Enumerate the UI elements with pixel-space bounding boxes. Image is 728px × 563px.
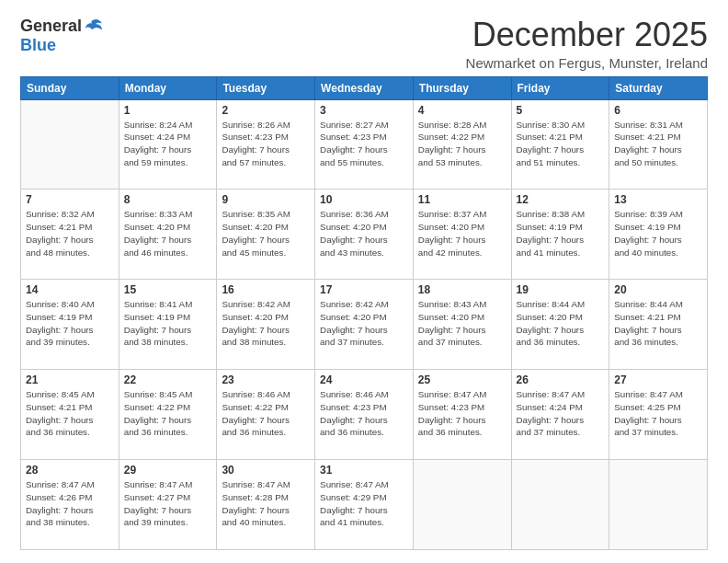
location-title: Newmarket on Fergus, Munster, Ireland (466, 55, 708, 71)
page: General Blue December 2025 Newmarket on … (0, 0, 728, 563)
calendar-cell: 25Sunrise: 8:47 AM Sunset: 4:23 PM Dayli… (413, 370, 511, 460)
day-number: 10 (320, 193, 408, 206)
calendar-week-row: 14Sunrise: 8:40 AM Sunset: 4:19 PM Dayli… (21, 280, 708, 370)
day-info: Sunrise: 8:38 AM Sunset: 4:19 PM Dayligh… (517, 208, 605, 259)
calendar-week-row: 21Sunrise: 8:45 AM Sunset: 4:21 PM Dayli… (21, 370, 708, 460)
day-info: Sunrise: 8:32 AM Sunset: 4:21 PM Dayligh… (26, 208, 114, 259)
calendar-cell: 17Sunrise: 8:42 AM Sunset: 4:20 PM Dayli… (315, 280, 414, 370)
day-number: 3 (320, 104, 408, 117)
day-number: 11 (418, 193, 506, 206)
logo: General Blue (20, 17, 104, 55)
weekday-header-thursday: Thursday (413, 76, 511, 99)
weekday-header-wednesday: Wednesday (315, 76, 414, 99)
day-info: Sunrise: 8:42 AM Sunset: 4:20 PM Dayligh… (222, 298, 310, 349)
day-number: 7 (26, 193, 114, 206)
day-number: 4 (418, 104, 506, 117)
calendar-cell: 13Sunrise: 8:39 AM Sunset: 4:19 PM Dayli… (609, 190, 708, 280)
calendar-cell: 31Sunrise: 8:47 AM Sunset: 4:29 PM Dayli… (315, 460, 414, 550)
day-info: Sunrise: 8:47 AM Sunset: 4:23 PM Dayligh… (418, 388, 506, 439)
calendar-cell: 14Sunrise: 8:40 AM Sunset: 4:19 PM Dayli… (21, 280, 119, 370)
calendar-cell: 15Sunrise: 8:41 AM Sunset: 4:19 PM Dayli… (119, 280, 217, 370)
calendar-cell: 18Sunrise: 8:43 AM Sunset: 4:20 PM Dayli… (413, 280, 511, 370)
header: General Blue December 2025 Newmarket on … (20, 17, 708, 71)
month-title: December 2025 (466, 17, 708, 53)
day-info: Sunrise: 8:46 AM Sunset: 4:22 PM Dayligh… (222, 388, 310, 439)
day-info: Sunrise: 8:47 AM Sunset: 4:27 PM Dayligh… (124, 478, 212, 529)
day-info: Sunrise: 8:40 AM Sunset: 4:19 PM Dayligh… (26, 298, 114, 349)
calendar-cell: 27Sunrise: 8:47 AM Sunset: 4:25 PM Dayli… (609, 370, 708, 460)
weekday-header-saturday: Saturday (609, 76, 708, 99)
day-info: Sunrise: 8:26 AM Sunset: 4:23 PM Dayligh… (222, 119, 310, 169)
day-info: Sunrise: 8:36 AM Sunset: 4:20 PM Dayligh… (320, 208, 408, 259)
calendar-week-row: 1Sunrise: 8:24 AM Sunset: 4:24 PM Daylig… (21, 99, 708, 190)
day-number: 14 (26, 283, 114, 296)
day-info: Sunrise: 8:39 AM Sunset: 4:19 PM Dayligh… (614, 208, 702, 259)
calendar-cell: 5Sunrise: 8:30 AM Sunset: 4:21 PM Daylig… (511, 99, 609, 190)
day-number: 5 (517, 104, 605, 117)
day-info: Sunrise: 8:47 AM Sunset: 4:25 PM Dayligh… (614, 388, 702, 439)
day-number: 13 (614, 193, 702, 206)
day-number: 16 (222, 283, 310, 296)
day-number: 27 (614, 373, 702, 386)
day-number: 23 (222, 373, 310, 386)
day-info: Sunrise: 8:41 AM Sunset: 4:19 PM Dayligh… (124, 298, 212, 349)
calendar-cell (609, 460, 708, 550)
calendar-cell: 4Sunrise: 8:28 AM Sunset: 4:22 PM Daylig… (413, 99, 511, 190)
day-number: 28 (26, 464, 114, 477)
calendar-cell (413, 460, 511, 550)
calendar-cell: 2Sunrise: 8:26 AM Sunset: 4:23 PM Daylig… (217, 99, 315, 190)
day-info: Sunrise: 8:47 AM Sunset: 4:28 PM Dayligh… (222, 478, 310, 529)
day-number: 30 (222, 464, 310, 477)
day-info: Sunrise: 8:28 AM Sunset: 4:22 PM Dayligh… (418, 119, 506, 169)
day-info: Sunrise: 8:45 AM Sunset: 4:21 PM Dayligh… (26, 388, 114, 439)
day-number: 17 (320, 283, 408, 296)
calendar-cell: 19Sunrise: 8:44 AM Sunset: 4:20 PM Dayli… (511, 280, 609, 370)
calendar-cell: 8Sunrise: 8:33 AM Sunset: 4:20 PM Daylig… (119, 190, 217, 280)
day-info: Sunrise: 8:30 AM Sunset: 4:21 PM Dayligh… (517, 119, 605, 169)
calendar-cell: 22Sunrise: 8:45 AM Sunset: 4:22 PM Dayli… (119, 370, 217, 460)
day-number: 29 (124, 464, 212, 477)
day-number: 15 (124, 283, 212, 296)
calendar-cell: 10Sunrise: 8:36 AM Sunset: 4:20 PM Dayli… (315, 190, 414, 280)
calendar-cell: 11Sunrise: 8:37 AM Sunset: 4:20 PM Dayli… (413, 190, 511, 280)
day-info: Sunrise: 8:27 AM Sunset: 4:23 PM Dayligh… (320, 119, 408, 169)
day-info: Sunrise: 8:47 AM Sunset: 4:29 PM Dayligh… (320, 478, 408, 529)
day-number: 19 (517, 283, 605, 296)
day-number: 20 (614, 283, 702, 296)
calendar-cell: 21Sunrise: 8:45 AM Sunset: 4:21 PM Dayli… (21, 370, 119, 460)
calendar-table: SundayMondayTuesdayWednesdayThursdayFrid… (20, 76, 708, 550)
day-number: 18 (418, 283, 506, 296)
calendar-week-row: 28Sunrise: 8:47 AM Sunset: 4:26 PM Dayli… (21, 460, 708, 550)
day-number: 2 (222, 104, 310, 117)
calendar-cell: 29Sunrise: 8:47 AM Sunset: 4:27 PM Dayli… (119, 460, 217, 550)
day-info: Sunrise: 8:35 AM Sunset: 4:20 PM Dayligh… (222, 208, 310, 259)
day-number: 1 (124, 104, 212, 117)
weekday-header-tuesday: Tuesday (217, 76, 315, 99)
title-block: December 2025 Newmarket on Fergus, Munst… (466, 17, 708, 71)
logo-general-text: General (20, 17, 82, 36)
calendar-cell: 26Sunrise: 8:47 AM Sunset: 4:24 PM Dayli… (511, 370, 609, 460)
weekday-header-friday: Friday (511, 76, 609, 99)
calendar-cell: 24Sunrise: 8:46 AM Sunset: 4:23 PM Dayli… (315, 370, 414, 460)
day-number: 6 (614, 104, 702, 117)
day-number: 31 (320, 464, 408, 477)
calendar-cell (511, 460, 609, 550)
calendar-cell: 28Sunrise: 8:47 AM Sunset: 4:26 PM Dayli… (21, 460, 119, 550)
weekday-header-monday: Monday (119, 76, 217, 99)
weekday-header-row: SundayMondayTuesdayWednesdayThursdayFrid… (21, 76, 708, 99)
day-info: Sunrise: 8:44 AM Sunset: 4:21 PM Dayligh… (614, 298, 702, 349)
day-info: Sunrise: 8:42 AM Sunset: 4:20 PM Dayligh… (320, 298, 408, 349)
calendar-cell (21, 99, 119, 190)
calendar-cell: 23Sunrise: 8:46 AM Sunset: 4:22 PM Dayli… (217, 370, 315, 460)
day-number: 25 (418, 373, 506, 386)
day-info: Sunrise: 8:33 AM Sunset: 4:20 PM Dayligh… (124, 208, 212, 259)
day-number: 24 (320, 373, 408, 386)
day-info: Sunrise: 8:43 AM Sunset: 4:20 PM Dayligh… (418, 298, 506, 349)
calendar-cell: 7Sunrise: 8:32 AM Sunset: 4:21 PM Daylig… (21, 190, 119, 280)
day-number: 21 (26, 373, 114, 386)
calendar-cell: 20Sunrise: 8:44 AM Sunset: 4:21 PM Dayli… (609, 280, 708, 370)
day-info: Sunrise: 8:46 AM Sunset: 4:23 PM Dayligh… (320, 388, 408, 439)
calendar-cell: 3Sunrise: 8:27 AM Sunset: 4:23 PM Daylig… (315, 99, 414, 190)
day-info: Sunrise: 8:31 AM Sunset: 4:21 PM Dayligh… (614, 119, 702, 169)
logo-bird-icon (84, 18, 104, 35)
